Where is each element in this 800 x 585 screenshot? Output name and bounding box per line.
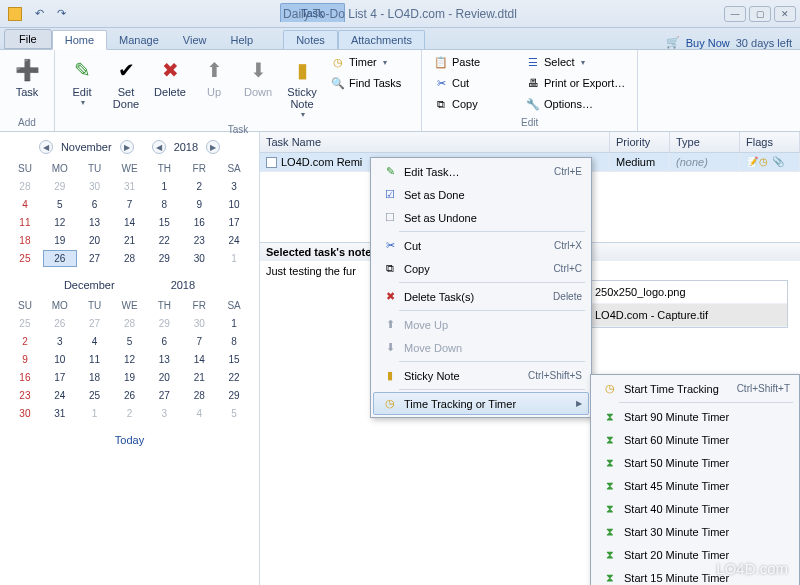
calendar-day[interactable]: 11 (8, 214, 42, 231)
calendar-day[interactable]: 5 (113, 333, 147, 350)
move-up-button[interactable]: ⬆Up (193, 52, 235, 102)
calendar-day[interactable]: 8 (147, 196, 181, 213)
calendar-day[interactable]: 28 (113, 315, 147, 332)
attachment-item[interactable]: ▦LO4D.com - Capture.tif (569, 304, 787, 327)
calendar-day[interactable]: 8 (217, 333, 251, 350)
calendar-day[interactable]: 15 (147, 214, 181, 231)
redo-button[interactable]: ↷ (52, 5, 70, 23)
calendar-day[interactable]: 29 (217, 387, 251, 404)
calendar-day[interactable]: 23 (8, 387, 42, 404)
tab-notes[interactable]: Notes (283, 30, 338, 49)
paste-button[interactable]: 📋Paste (428, 52, 518, 72)
menu-delete[interactable]: ✖Delete Task(s)Delete (373, 285, 589, 308)
tab-view[interactable]: View (171, 31, 219, 49)
calendar-day[interactable]: 12 (113, 351, 147, 368)
menu-set-undone[interactable]: ☐Set as Undone (373, 206, 589, 229)
calendar-day[interactable]: 13 (147, 351, 181, 368)
calendar-day[interactable]: 12 (43, 214, 77, 231)
calendar-day[interactable]: 3 (147, 405, 181, 422)
calendar-day[interactable]: 9 (182, 196, 216, 213)
calendar-day[interactable]: 20 (78, 232, 112, 249)
calendar-day[interactable]: 1 (217, 315, 251, 332)
menu-timer-60[interactable]: ⧗Start 60 Minute Timer (593, 428, 797, 451)
new-task-button[interactable]: ➕Task (6, 52, 48, 102)
calendar-day[interactable]: 30 (182, 315, 216, 332)
options-button[interactable]: 🔧Options… (520, 94, 631, 114)
menu-sticky-note[interactable]: ▮Sticky NoteCtrl+Shift+S (373, 364, 589, 387)
calendar-day[interactable]: 11 (78, 351, 112, 368)
menu-edit-task[interactable]: ✎Edit Task…Ctrl+E (373, 160, 589, 183)
undo-button[interactable]: ↶ (30, 5, 48, 23)
maximize-button[interactable]: ▢ (749, 6, 771, 22)
calendar-day[interactable]: 4 (78, 333, 112, 350)
next-year-button[interactable]: ▶ (206, 140, 220, 154)
calendar-day[interactable]: 16 (182, 214, 216, 231)
calendar-day[interactable]: 2 (8, 333, 42, 350)
calendar-day[interactable]: 2 (113, 405, 147, 422)
cut-button[interactable]: ✂Cut (428, 73, 518, 93)
timer-button[interactable]: ◷Timer (325, 52, 415, 72)
calendar-day[interactable]: 17 (217, 214, 251, 231)
calendar-day[interactable]: 19 (43, 232, 77, 249)
menu-timer-50[interactable]: ⧗Start 50 Minute Timer (593, 451, 797, 474)
calendar-day[interactable]: 26 (113, 387, 147, 404)
tab-manage[interactable]: Manage (107, 31, 171, 49)
calendar-day[interactable]: 5 (43, 196, 77, 213)
minimize-button[interactable]: — (724, 6, 746, 22)
delete-task-button[interactable]: ✖Delete (149, 52, 191, 102)
print-button[interactable]: 🖶Print or Export… (520, 73, 631, 93)
close-button[interactable]: ✕ (774, 6, 796, 22)
calendar-day[interactable]: 21 (182, 369, 216, 386)
calendar-day[interactable]: 3 (217, 178, 251, 195)
menu-timer-45[interactable]: ⧗Start 45 Minute Timer (593, 474, 797, 497)
calendar-day[interactable]: 29 (147, 315, 181, 332)
next-month-button[interactable]: ▶ (120, 140, 134, 154)
calendar-day[interactable]: 19 (113, 369, 147, 386)
calendar-day[interactable]: 27 (78, 315, 112, 332)
edit-task-button[interactable]: ✎Edit (61, 52, 103, 111)
tab-attachments[interactable]: Attachments (338, 30, 425, 49)
menu-start-tracking[interactable]: ◷Start Time TrackingCtrl+Shift+T (593, 377, 797, 400)
calendar-day[interactable]: 26 (43, 250, 77, 267)
prev-year-button[interactable]: ◀ (152, 140, 166, 154)
task-checkbox[interactable] (266, 157, 277, 168)
menu-cut[interactable]: ✂CutCtrl+X (373, 234, 589, 257)
calendar-day[interactable]: 9 (8, 351, 42, 368)
calendar-day[interactable]: 1 (217, 250, 251, 267)
menu-time-tracking[interactable]: ◷Time Tracking or Timer (373, 392, 589, 415)
col-priority[interactable]: Priority (610, 132, 670, 152)
calendar-day[interactable]: 28 (182, 387, 216, 404)
calendar-day[interactable]: 4 (8, 196, 42, 213)
calendar-day[interactable]: 6 (147, 333, 181, 350)
menu-copy[interactable]: ⧉CopyCtrl+C (373, 257, 589, 280)
calendar-day[interactable]: 30 (78, 178, 112, 195)
calendar-day[interactable]: 4 (182, 405, 216, 422)
calendar-day[interactable]: 23 (182, 232, 216, 249)
copy-button[interactable]: ⧉Copy (428, 94, 518, 114)
calendar-day[interactable]: 28 (113, 250, 147, 267)
attachment-item[interactable]: ▦250x250_logo.png (569, 281, 787, 304)
calendar-day[interactable]: 5 (217, 405, 251, 422)
calendar-day[interactable]: 29 (147, 250, 181, 267)
calendar-day[interactable]: 27 (147, 387, 181, 404)
calendar-day[interactable]: 7 (113, 196, 147, 213)
calendar-day[interactable]: 28 (8, 178, 42, 195)
calendar-day[interactable]: 17 (43, 369, 77, 386)
tab-help[interactable]: Help (219, 31, 266, 49)
calendar-day[interactable]: 29 (43, 178, 77, 195)
calendar-day[interactable]: 25 (8, 250, 42, 267)
today-link[interactable]: Today (8, 434, 251, 446)
calendar-day[interactable]: 10 (217, 196, 251, 213)
calendar-day[interactable]: 2 (182, 178, 216, 195)
calendar-day[interactable]: 20 (147, 369, 181, 386)
calendar-day[interactable]: 21 (113, 232, 147, 249)
find-tasks-button[interactable]: 🔍Find Tasks (325, 73, 415, 93)
set-done-button[interactable]: ✔Set Done (105, 52, 147, 114)
sticky-note-button[interactable]: ▮Sticky Note (281, 52, 323, 123)
calendar-day[interactable]: 22 (217, 369, 251, 386)
calendar-day[interactable]: 1 (147, 178, 181, 195)
file-tab[interactable]: File (4, 29, 52, 49)
col-task-name[interactable]: Task Name (260, 132, 610, 152)
calendar-day[interactable]: 30 (8, 405, 42, 422)
calendar-day[interactable]: 13 (78, 214, 112, 231)
